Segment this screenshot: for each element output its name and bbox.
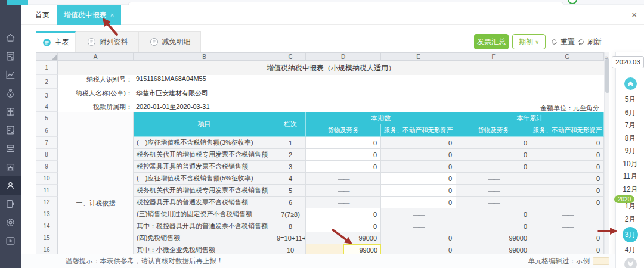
month-item-5月[interactable]: 5月 [616,94,644,107]
row-number[interactable]: 16 [36,244,58,254]
info-value[interactable]: 华蓥市巨安建材有限公司 [136,89,208,98]
value-cell[interactable]: 0 [306,149,381,161]
value-cell[interactable]: —— [381,220,456,232]
value-cell[interactable]: 99000 [456,244,531,254]
value-cell[interactable]: —— [306,185,381,197]
column-letter[interactable]: F [456,52,531,61]
value-cell[interactable]: 0 [456,220,531,232]
value-cell[interactable]: 0 [381,244,456,254]
value-cell[interactable]: —— [456,173,531,185]
value-cell[interactable]: 0 [381,232,456,244]
month-item-7月[interactable]: 7月 [616,119,644,132]
tab-vat-return[interactable]: 增值税申报表 × [57,5,121,25]
value-cell[interactable]: —— [456,185,531,197]
value-cell[interactable]: 0 [381,137,456,149]
subtab-main-table[interactable]: 主表 [36,31,76,52]
value-cell[interactable]: 0 [456,137,531,149]
month-item-8月[interactable]: 8月 [616,132,644,145]
value-cell[interactable]: 0 [306,220,381,232]
row-number[interactable]: 8 [36,149,58,161]
period-dropdown[interactable]: 期初 ∨ [512,34,546,49]
value-cell[interactable]: 0 [531,185,604,197]
reset-button[interactable]: 重置 [550,34,575,49]
value-cell[interactable]: —— [531,208,604,220]
value-cell[interactable]: 0 [531,244,604,254]
month-item-6月[interactable]: 6月 [616,107,644,120]
column-letter[interactable]: B [134,52,275,61]
row-number[interactable]: 11 [36,185,58,197]
month-item-12月[interactable]: 12月 [616,183,644,197]
value-cell[interactable]: 0 [306,137,381,149]
sidebar-item-salary[interactable] [0,176,21,195]
sidebar-item-bank[interactable] [0,158,21,176]
value-cell[interactable]: 0 [381,173,456,185]
value-cell[interactable]: 0 [381,161,456,173]
row-number[interactable]: 9 [36,161,58,173]
value-cell[interactable]: 99000 [306,244,381,254]
row-number[interactable]: 6 [36,124,58,137]
value-cell[interactable]: 0 [531,161,604,173]
value-cell[interactable]: 0 [531,173,604,185]
value-cell[interactable]: —— [531,220,604,232]
row-number[interactable]: 13 [36,208,58,220]
row-number[interactable]: 10 [36,173,58,185]
column-letter[interactable]: D [306,52,381,61]
value-cell[interactable]: 0 [531,232,604,244]
value-cell[interactable]: —— [306,173,381,185]
help-circle-icon[interactable] [568,0,577,4]
column-letter[interactable]: E [381,52,456,61]
value-cell[interactable]: 99000 [456,232,531,244]
value-cell[interactable]: 0 [381,185,456,197]
sidebar-item-checklist[interactable] [0,121,21,139]
value-cell[interactable]: 0 [456,161,531,173]
value-cell[interactable]: 0 [381,197,456,208]
sidebar-item-fund[interactable] [0,84,21,102]
tab-home[interactable]: 首页 [35,5,49,25]
column-letter[interactable]: A [58,52,134,61]
row-number[interactable]: 4 [36,102,58,112]
value-cell[interactable]: 0 [306,208,381,220]
scroll-down-icon[interactable] [624,258,637,268]
row-number[interactable]: 2 [36,75,58,89]
sidebar-item-home[interactable] [0,29,21,47]
info-value[interactable]: 2020-01-01至2020-03-31 [136,102,210,111]
tab-close-icon[interactable]: × [110,11,114,18]
month-item-3月[interactable]: 3月 [616,227,644,242]
subtab-attachments[interactable]: 附列资料 [76,31,138,52]
value-cell[interactable]: 0 [381,149,456,161]
subtab-reduction-detail[interactable]: 减免明细 [138,31,201,52]
month-item-11月[interactable]: 11月 [616,170,644,183]
info-value[interactable]: 91511681MA68A04M55 [136,75,206,82]
row-number[interactable]: 1 [36,61,58,75]
sidebar-item-video[interactable] [0,232,21,250]
value-cell[interactable]: —— [381,208,456,220]
invoice-summary-button[interactable]: 发票汇总 [474,34,509,49]
month-item-9月[interactable]: 9月 [616,145,644,158]
row-number[interactable]: 14 [36,220,58,232]
row-number[interactable]: 15 [36,232,58,244]
refresh-button[interactable]: 刷新 [577,34,602,49]
row-number[interactable]: 7 [36,137,58,149]
value-cell[interactable]: 0 [306,161,381,173]
panel-expander-icon[interactable]: » [605,54,608,61]
scrollbar-thumb[interactable] [605,58,609,93]
sidebar-item-doc-transfer[interactable] [0,195,21,213]
column-letter[interactable]: C [275,52,306,61]
row-number[interactable]: 12 [36,197,58,208]
sidebar-item-settings[interactable] [0,213,21,232]
month-item-2月[interactable]: 2月 [616,213,644,226]
sidebar-item-ledger[interactable] [0,102,21,121]
cell-editor-input[interactable]: 99000 [343,244,381,254]
vertical-scrollbar[interactable] [604,52,609,254]
sidebar-item-voucher[interactable] [0,47,21,66]
sidebar-item-invoice[interactable] [0,139,21,158]
scroll-up-icon[interactable] [624,77,637,90]
value-cell[interactable]: 99000 [306,232,381,244]
value-cell[interactable]: —— [306,197,381,208]
value-cell[interactable]: 0 [531,197,604,208]
value-cell[interactable]: 0 [456,149,531,161]
value-cell[interactable]: 0 [531,149,604,161]
close-icon[interactable]: × [631,5,637,25]
row-number[interactable]: 5 [36,112,58,124]
month-item-10月[interactable]: 10月 [616,158,644,171]
